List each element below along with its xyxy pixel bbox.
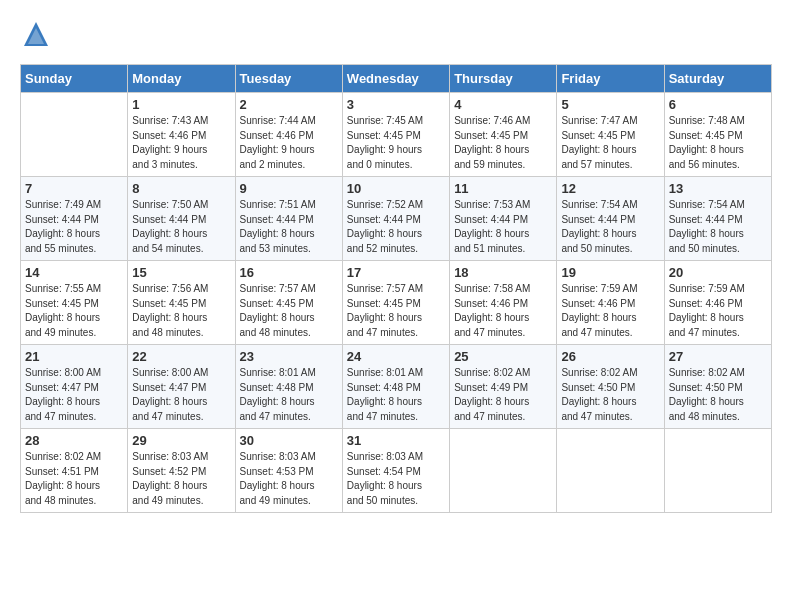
logo-icon — [20, 18, 52, 50]
day-number: 17 — [347, 265, 445, 280]
day-number: 2 — [240, 97, 338, 112]
day-number: 28 — [25, 433, 123, 448]
day-number: 1 — [132, 97, 230, 112]
day-number: 3 — [347, 97, 445, 112]
day-number: 12 — [561, 181, 659, 196]
day-detail: Sunrise: 7:59 AM Sunset: 4:46 PM Dayligh… — [561, 282, 659, 340]
calendar-day-header: Friday — [557, 65, 664, 93]
calendar-cell: 12Sunrise: 7:54 AM Sunset: 4:44 PM Dayli… — [557, 177, 664, 261]
day-detail: Sunrise: 8:00 AM Sunset: 4:47 PM Dayligh… — [25, 366, 123, 424]
day-detail: Sunrise: 7:48 AM Sunset: 4:45 PM Dayligh… — [669, 114, 767, 172]
day-detail: Sunrise: 7:55 AM Sunset: 4:45 PM Dayligh… — [25, 282, 123, 340]
page-container: SundayMondayTuesdayWednesdayThursdayFrid… — [0, 0, 792, 523]
calendar-week-row: 21Sunrise: 8:00 AM Sunset: 4:47 PM Dayli… — [21, 345, 772, 429]
day-detail: Sunrise: 8:01 AM Sunset: 4:48 PM Dayligh… — [347, 366, 445, 424]
day-detail: Sunrise: 7:52 AM Sunset: 4:44 PM Dayligh… — [347, 198, 445, 256]
calendar-cell: 11Sunrise: 7:53 AM Sunset: 4:44 PM Dayli… — [450, 177, 557, 261]
calendar-cell: 17Sunrise: 7:57 AM Sunset: 4:45 PM Dayli… — [342, 261, 449, 345]
calendar-cell: 9Sunrise: 7:51 AM Sunset: 4:44 PM Daylig… — [235, 177, 342, 261]
calendar-cell — [450, 429, 557, 513]
day-number: 20 — [669, 265, 767, 280]
calendar-cell: 5Sunrise: 7:47 AM Sunset: 4:45 PM Daylig… — [557, 93, 664, 177]
day-number: 16 — [240, 265, 338, 280]
day-detail: Sunrise: 7:44 AM Sunset: 4:46 PM Dayligh… — [240, 114, 338, 172]
day-number: 15 — [132, 265, 230, 280]
day-number: 24 — [347, 349, 445, 364]
day-number: 27 — [669, 349, 767, 364]
calendar-cell: 26Sunrise: 8:02 AM Sunset: 4:50 PM Dayli… — [557, 345, 664, 429]
calendar-cell: 8Sunrise: 7:50 AM Sunset: 4:44 PM Daylig… — [128, 177, 235, 261]
day-number: 4 — [454, 97, 552, 112]
day-detail: Sunrise: 7:53 AM Sunset: 4:44 PM Dayligh… — [454, 198, 552, 256]
calendar-cell: 3Sunrise: 7:45 AM Sunset: 4:45 PM Daylig… — [342, 93, 449, 177]
day-number: 29 — [132, 433, 230, 448]
calendar-week-row: 1Sunrise: 7:43 AM Sunset: 4:46 PM Daylig… — [21, 93, 772, 177]
day-detail: Sunrise: 7:43 AM Sunset: 4:46 PM Dayligh… — [132, 114, 230, 172]
day-number: 19 — [561, 265, 659, 280]
calendar-cell: 18Sunrise: 7:58 AM Sunset: 4:46 PM Dayli… — [450, 261, 557, 345]
day-number: 10 — [347, 181, 445, 196]
day-number: 25 — [454, 349, 552, 364]
day-detail: Sunrise: 7:56 AM Sunset: 4:45 PM Dayligh… — [132, 282, 230, 340]
calendar-cell: 31Sunrise: 8:03 AM Sunset: 4:54 PM Dayli… — [342, 429, 449, 513]
calendar-cell: 19Sunrise: 7:59 AM Sunset: 4:46 PM Dayli… — [557, 261, 664, 345]
day-detail: Sunrise: 7:58 AM Sunset: 4:46 PM Dayligh… — [454, 282, 552, 340]
day-detail: Sunrise: 7:57 AM Sunset: 4:45 PM Dayligh… — [347, 282, 445, 340]
calendar-cell: 28Sunrise: 8:02 AM Sunset: 4:51 PM Dayli… — [21, 429, 128, 513]
calendar-day-header: Tuesday — [235, 65, 342, 93]
day-number: 9 — [240, 181, 338, 196]
calendar-cell: 7Sunrise: 7:49 AM Sunset: 4:44 PM Daylig… — [21, 177, 128, 261]
day-detail: Sunrise: 7:57 AM Sunset: 4:45 PM Dayligh… — [240, 282, 338, 340]
calendar-cell: 14Sunrise: 7:55 AM Sunset: 4:45 PM Dayli… — [21, 261, 128, 345]
day-number: 14 — [25, 265, 123, 280]
day-detail: Sunrise: 8:02 AM Sunset: 4:50 PM Dayligh… — [561, 366, 659, 424]
day-detail: Sunrise: 7:54 AM Sunset: 4:44 PM Dayligh… — [561, 198, 659, 256]
day-detail: Sunrise: 8:00 AM Sunset: 4:47 PM Dayligh… — [132, 366, 230, 424]
day-detail: Sunrise: 7:51 AM Sunset: 4:44 PM Dayligh… — [240, 198, 338, 256]
calendar-cell: 16Sunrise: 7:57 AM Sunset: 4:45 PM Dayli… — [235, 261, 342, 345]
calendar-week-row: 28Sunrise: 8:02 AM Sunset: 4:51 PM Dayli… — [21, 429, 772, 513]
calendar-day-header: Saturday — [664, 65, 771, 93]
day-detail: Sunrise: 7:54 AM Sunset: 4:44 PM Dayligh… — [669, 198, 767, 256]
calendar-cell — [664, 429, 771, 513]
calendar-day-header: Thursday — [450, 65, 557, 93]
day-detail: Sunrise: 7:59 AM Sunset: 4:46 PM Dayligh… — [669, 282, 767, 340]
calendar-cell: 30Sunrise: 8:03 AM Sunset: 4:53 PM Dayli… — [235, 429, 342, 513]
day-number: 18 — [454, 265, 552, 280]
day-detail: Sunrise: 8:02 AM Sunset: 4:50 PM Dayligh… — [669, 366, 767, 424]
calendar-cell: 25Sunrise: 8:02 AM Sunset: 4:49 PM Dayli… — [450, 345, 557, 429]
day-detail: Sunrise: 8:03 AM Sunset: 4:54 PM Dayligh… — [347, 450, 445, 508]
calendar-cell — [21, 93, 128, 177]
day-detail: Sunrise: 7:47 AM Sunset: 4:45 PM Dayligh… — [561, 114, 659, 172]
calendar-cell — [557, 429, 664, 513]
day-number: 30 — [240, 433, 338, 448]
day-number: 7 — [25, 181, 123, 196]
header — [20, 18, 772, 50]
calendar-cell: 2Sunrise: 7:44 AM Sunset: 4:46 PM Daylig… — [235, 93, 342, 177]
calendar-day-header: Monday — [128, 65, 235, 93]
day-number: 5 — [561, 97, 659, 112]
calendar-cell: 24Sunrise: 8:01 AM Sunset: 4:48 PM Dayli… — [342, 345, 449, 429]
day-detail: Sunrise: 8:01 AM Sunset: 4:48 PM Dayligh… — [240, 366, 338, 424]
calendar-cell: 29Sunrise: 8:03 AM Sunset: 4:52 PM Dayli… — [128, 429, 235, 513]
day-number: 26 — [561, 349, 659, 364]
day-number: 31 — [347, 433, 445, 448]
day-detail: Sunrise: 8:03 AM Sunset: 4:52 PM Dayligh… — [132, 450, 230, 508]
calendar-week-row: 7Sunrise: 7:49 AM Sunset: 4:44 PM Daylig… — [21, 177, 772, 261]
calendar-header-row: SundayMondayTuesdayWednesdayThursdayFrid… — [21, 65, 772, 93]
calendar-day-header: Wednesday — [342, 65, 449, 93]
day-number: 6 — [669, 97, 767, 112]
calendar-cell: 22Sunrise: 8:00 AM Sunset: 4:47 PM Dayli… — [128, 345, 235, 429]
calendar-day-header: Sunday — [21, 65, 128, 93]
calendar-cell: 4Sunrise: 7:46 AM Sunset: 4:45 PM Daylig… — [450, 93, 557, 177]
day-number: 11 — [454, 181, 552, 196]
calendar-cell: 27Sunrise: 8:02 AM Sunset: 4:50 PM Dayli… — [664, 345, 771, 429]
calendar-cell: 6Sunrise: 7:48 AM Sunset: 4:45 PM Daylig… — [664, 93, 771, 177]
day-detail: Sunrise: 7:50 AM Sunset: 4:44 PM Dayligh… — [132, 198, 230, 256]
day-detail: Sunrise: 7:45 AM Sunset: 4:45 PM Dayligh… — [347, 114, 445, 172]
day-detail: Sunrise: 7:49 AM Sunset: 4:44 PM Dayligh… — [25, 198, 123, 256]
calendar-cell: 21Sunrise: 8:00 AM Sunset: 4:47 PM Dayli… — [21, 345, 128, 429]
day-detail: Sunrise: 8:02 AM Sunset: 4:51 PM Dayligh… — [25, 450, 123, 508]
day-detail: Sunrise: 7:46 AM Sunset: 4:45 PM Dayligh… — [454, 114, 552, 172]
day-detail: Sunrise: 8:03 AM Sunset: 4:53 PM Dayligh… — [240, 450, 338, 508]
